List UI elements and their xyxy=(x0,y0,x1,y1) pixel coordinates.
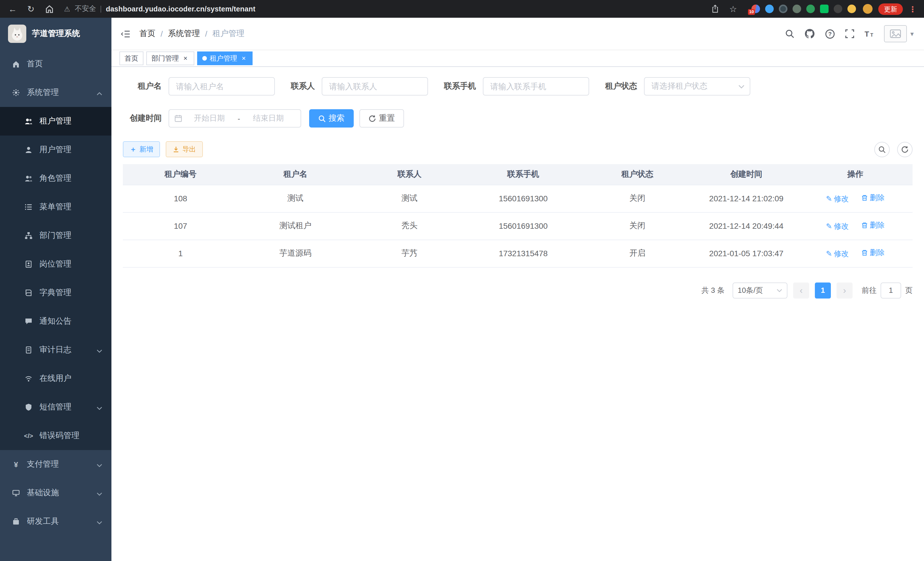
extension-icon-4[interactable] xyxy=(793,5,801,13)
home-button[interactable] xyxy=(42,2,56,16)
reload-button[interactable]: ↻ xyxy=(24,2,38,16)
sidebar-item-role[interactable]: 角色管理 xyxy=(0,164,111,193)
breadcrumb-home[interactable]: 首页 xyxy=(140,29,155,39)
sidebar-item-online-users[interactable]: 在线用户 xyxy=(0,364,111,393)
tenant-status-select[interactable]: 请选择租户状态 xyxy=(644,77,750,96)
extension-icon-1[interactable]: 10 xyxy=(752,5,760,13)
security-label[interactable]: 不安全 xyxy=(75,4,96,14)
next-page-button[interactable]: › xyxy=(837,282,853,298)
tag-tenant-active[interactable]: 租户管理 × xyxy=(197,51,253,65)
table-toolbar: ＋ 新增 导出 xyxy=(123,141,913,157)
sidebar-item-home[interactable]: 首页 xyxy=(0,50,111,78)
sidebar-item-audit-log[interactable]: 审计日志 xyxy=(0,336,111,364)
extension-icon-7[interactable] xyxy=(834,5,842,13)
sidebar-item-error-code[interactable]: </> 错误码管理 xyxy=(0,421,111,450)
page-size-select[interactable]: 10条/页 xyxy=(733,282,788,298)
top-header: 首页 / 系统管理 / 租户管理 ? xyxy=(111,18,924,50)
share-button[interactable] xyxy=(708,2,722,16)
close-icon[interactable]: × xyxy=(182,55,189,62)
extension-icon-8[interactable] xyxy=(848,5,856,13)
url-separator xyxy=(101,5,101,12)
header-search-button[interactable] xyxy=(784,28,795,39)
page-unit-label: 页 xyxy=(905,285,913,295)
goto-label: 前往 xyxy=(862,285,877,295)
update-button[interactable]: 更新 xyxy=(878,3,903,15)
tag-home[interactable]: 首页 xyxy=(119,51,143,65)
sidebar-item-infra[interactable]: 基础设施 xyxy=(0,479,111,507)
extension-icon-6[interactable] xyxy=(820,5,829,13)
screen: ← ↻ ⚠ 不安全 dashboard.yudao.iocoder.cn/sys… xyxy=(0,0,924,561)
edit-button[interactable]: ✎修改 xyxy=(826,249,849,259)
sidebar-item-tenant[interactable]: 租户管理 xyxy=(0,107,111,135)
fullscreen-button[interactable] xyxy=(844,28,855,39)
delete-button[interactable]: 删除 xyxy=(861,193,885,203)
sidebar-item-notice[interactable]: 通知公告 xyxy=(0,307,111,336)
delete-button[interactable]: 删除 xyxy=(861,220,885,231)
breadcrumb-current: 租户管理 xyxy=(213,29,244,39)
shield-icon xyxy=(24,403,33,411)
user-icon xyxy=(24,146,33,154)
tenant-table: 租户编号 租户名 联系人 联系手机 租户状态 创建时间 操作 108 测试 xyxy=(123,164,913,267)
extension-icon-5[interactable] xyxy=(806,5,815,13)
github-link-button[interactable] xyxy=(804,28,815,39)
sidebar-item-dict[interactable]: 字典管理 xyxy=(0,278,111,307)
app-logo[interactable]: 芋道管理系统 xyxy=(0,18,111,50)
refresh-table-button[interactable] xyxy=(897,141,913,157)
home-icon xyxy=(11,60,21,68)
chevron-down-icon xyxy=(97,460,102,469)
tag-dept[interactable]: 部门管理 × xyxy=(146,51,194,65)
url-text[interactable]: dashboard.yudao.iocoder.cn/system/tenant xyxy=(106,5,255,13)
browser-profile-avatar[interactable] xyxy=(863,4,873,14)
edit-button[interactable]: ✎修改 xyxy=(826,221,849,232)
sidebar-item-post[interactable]: 岗位管理 xyxy=(0,250,111,278)
create-time-range-picker[interactable]: 开始日期 - 结束日期 xyxy=(169,109,301,128)
user-avatar-menu[interactable]: ▼ xyxy=(884,25,915,42)
sidebar-item-user[interactable]: 用户管理 xyxy=(0,135,111,164)
cell-name: 芋道源码 xyxy=(238,240,353,267)
phone-input[interactable] xyxy=(483,77,589,96)
browser-chrome: ← ↻ ⚠ 不安全 dashboard.yudao.iocoder.cn/sys… xyxy=(0,0,924,18)
filter-row-1: 租户名 联系人 联系手机 租户状态 请选择租户状态 xyxy=(123,77,913,96)
cell-status: 关闭 xyxy=(580,185,694,212)
sidebar-item-system[interactable]: 系统管理 xyxy=(0,78,111,107)
goto-page-input[interactable] xyxy=(880,282,901,298)
sidebar-item-sms[interactable]: 短信管理 xyxy=(0,393,111,421)
sidebar-item-dev-tools[interactable]: 研发工具 xyxy=(0,507,111,536)
browser-menu-button[interactable]: ⋮ xyxy=(907,4,918,14)
export-button[interactable]: 导出 xyxy=(166,141,203,157)
bookmark-star-button[interactable]: ☆ xyxy=(726,2,740,16)
page-number-button[interactable]: 1 xyxy=(815,282,831,298)
toggle-search-button[interactable] xyxy=(874,141,890,157)
back-button[interactable]: ← xyxy=(6,2,20,16)
cell-contact: 秃头 xyxy=(352,212,466,240)
delete-button[interactable]: 删除 xyxy=(861,248,885,258)
extension-icon-3[interactable] xyxy=(779,5,788,13)
tenant-name-input[interactable] xyxy=(169,77,275,96)
plus-icon: ＋ xyxy=(130,144,136,154)
book-icon xyxy=(24,289,33,297)
sidebar-toggle-button[interactable] xyxy=(121,29,130,38)
sidebar-item-label: 审计日志 xyxy=(39,345,71,355)
help-button[interactable]: ? xyxy=(824,28,836,39)
close-icon[interactable]: × xyxy=(240,55,248,62)
breadcrumb-separator: / xyxy=(160,29,163,38)
refresh-icon xyxy=(901,146,909,153)
add-button[interactable]: ＋ 新增 xyxy=(123,141,160,157)
extension-icon-2[interactable] xyxy=(765,5,774,13)
sidebar-item-menu[interactable]: 菜单管理 xyxy=(0,193,111,221)
reset-button[interactable]: 重置 xyxy=(359,109,404,128)
address-bar[interactable]: ⚠ 不安全 dashboard.yudao.iocoder.cn/system/… xyxy=(64,4,700,14)
edit-button[interactable]: ✎修改 xyxy=(826,194,849,204)
monitor-icon xyxy=(11,489,21,497)
contact-input[interactable] xyxy=(322,77,428,96)
breadcrumb-system[interactable]: 系统管理 xyxy=(168,29,200,39)
phone-label: 联系手机 xyxy=(444,81,476,92)
search-button[interactable]: 搜索 xyxy=(309,109,354,128)
svg-text:T: T xyxy=(865,29,869,38)
font-size-button[interactable]: TT xyxy=(864,28,875,39)
prev-page-button[interactable]: ‹ xyxy=(793,282,809,298)
cell-created: 2021-12-14 20:49:44 xyxy=(694,212,798,240)
pagination: 共 3 条 10条/页 ‹ 1 › 前往 页 xyxy=(123,282,913,298)
sidebar-item-payment[interactable]: ¥ 支付管理 xyxy=(0,450,111,479)
sidebar-item-dept[interactable]: 部门管理 xyxy=(0,221,111,250)
